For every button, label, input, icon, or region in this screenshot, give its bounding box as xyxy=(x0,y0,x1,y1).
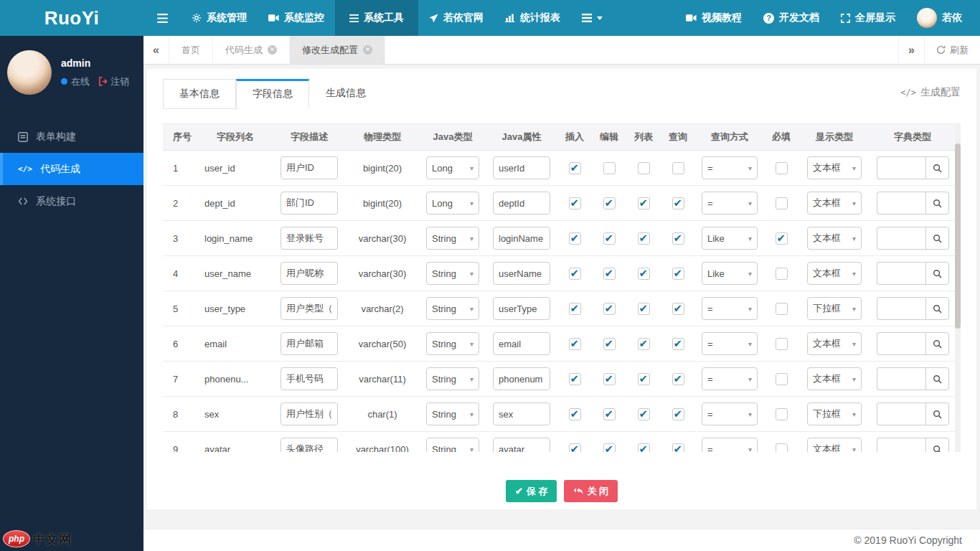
sidebar-item-system-api[interactable]: 系统接口 xyxy=(0,185,143,217)
edit-checkbox[interactable] xyxy=(603,373,616,385)
brand-logo[interactable]: RuoYi xyxy=(0,0,143,36)
list-checkbox[interactable] xyxy=(638,338,650,350)
tabs-scroll-right-button[interactable]: » xyxy=(898,36,924,64)
query-type-select[interactable]: =▾ xyxy=(702,438,758,452)
sidebar-toggle-button[interactable] xyxy=(143,0,181,36)
tab-basic-info[interactable]: 基本信息 xyxy=(163,79,236,109)
java-field-input[interactable] xyxy=(493,156,550,179)
close-button[interactable]: 关 闭 xyxy=(564,480,618,502)
field-desc-input[interactable] xyxy=(281,367,338,390)
insert-checkbox[interactable] xyxy=(569,408,581,420)
nav-item-dev-docs[interactable]: ? 开发文档 xyxy=(753,0,830,36)
logout-link[interactable]: 注销 xyxy=(98,75,129,88)
display-type-select[interactable]: 文本框▾ xyxy=(807,156,862,179)
table-scrollbar[interactable] xyxy=(955,123,961,452)
dict-type-input[interactable] xyxy=(877,438,925,452)
dict-type-input[interactable] xyxy=(877,332,925,355)
field-desc-input[interactable] xyxy=(281,156,338,179)
list-checkbox[interactable] xyxy=(638,268,650,280)
list-checkbox[interactable] xyxy=(638,303,650,315)
java-field-input[interactable] xyxy=(493,367,550,390)
java-type-select[interactable]: String▾ xyxy=(426,367,479,390)
java-field-input[interactable] xyxy=(493,402,550,425)
java-field-input[interactable] xyxy=(493,332,550,355)
required-checkbox[interactable] xyxy=(776,303,788,315)
required-checkbox[interactable] xyxy=(776,162,788,174)
display-type-select[interactable]: 文本框▾ xyxy=(807,332,862,355)
field-desc-input[interactable] xyxy=(281,332,338,355)
nav-item-ruoyi-site[interactable]: 若依官网 xyxy=(418,0,494,36)
query-type-select[interactable]: =▾ xyxy=(702,402,758,425)
java-type-select[interactable]: String▾ xyxy=(426,262,479,285)
sidebar-item-code-gen[interactable]: </> 代码生成 xyxy=(0,153,143,185)
dict-type-input[interactable] xyxy=(877,156,925,179)
tabs-scroll-left-button[interactable]: « xyxy=(143,36,169,64)
java-field-input[interactable] xyxy=(493,297,550,320)
gen-config-link[interactable]: </> 生成配置 xyxy=(900,86,961,99)
query-type-select[interactable]: =▾ xyxy=(702,297,758,320)
display-type-select[interactable]: 下拉框▾ xyxy=(807,297,862,320)
nav-item-system-manage[interactable]: 系统管理 xyxy=(181,0,258,36)
list-checkbox[interactable] xyxy=(638,408,650,420)
java-field-input[interactable] xyxy=(493,262,550,285)
edit-checkbox[interactable] xyxy=(603,443,616,452)
nav-item-fullscreen[interactable]: 全屏显示 xyxy=(830,0,906,36)
java-type-select[interactable]: Long▾ xyxy=(426,156,479,179)
edit-checkbox[interactable] xyxy=(603,268,616,280)
query-checkbox[interactable] xyxy=(672,268,684,280)
field-desc-input[interactable] xyxy=(281,262,338,285)
edit-checkbox[interactable] xyxy=(603,408,616,420)
insert-checkbox[interactable] xyxy=(569,373,581,385)
query-checkbox[interactable] xyxy=(672,408,684,420)
query-checkbox[interactable] xyxy=(672,197,684,209)
insert-checkbox[interactable] xyxy=(569,268,581,280)
dict-type-input[interactable] xyxy=(877,192,925,215)
field-desc-input[interactable] xyxy=(281,402,338,425)
insert-checkbox[interactable] xyxy=(569,443,581,452)
field-desc-input[interactable] xyxy=(281,297,338,320)
insert-checkbox[interactable] xyxy=(569,232,581,245)
dict-search-button[interactable] xyxy=(925,262,949,285)
nav-item-system-tools[interactable]: 系统工具 xyxy=(335,0,418,36)
list-checkbox[interactable] xyxy=(638,162,650,174)
query-type-select[interactable]: =▾ xyxy=(702,192,758,215)
page-tab-code-gen[interactable]: 代码生成 ✕ xyxy=(213,36,290,64)
display-type-select[interactable]: 文本框▾ xyxy=(807,438,862,452)
java-field-input[interactable] xyxy=(493,192,550,215)
query-type-select[interactable]: Like▾ xyxy=(702,227,758,250)
refresh-button[interactable]: 刷新 xyxy=(924,36,980,64)
java-type-select[interactable]: Long▾ xyxy=(426,192,479,215)
save-button[interactable]: ✔ 保 存 xyxy=(506,480,557,502)
display-type-select[interactable]: 文本框▾ xyxy=(807,262,862,285)
tab-field-info[interactable]: 字段信息 xyxy=(236,79,309,109)
dict-search-button[interactable] xyxy=(925,192,949,215)
query-checkbox[interactable] xyxy=(672,162,684,174)
tab-gen-info[interactable]: 生成信息 xyxy=(309,79,382,109)
query-checkbox[interactable] xyxy=(672,338,684,350)
dict-type-input[interactable] xyxy=(877,297,925,320)
required-checkbox[interactable] xyxy=(776,232,788,245)
java-field-input[interactable] xyxy=(493,227,550,250)
close-icon[interactable]: ✕ xyxy=(268,45,277,55)
nav-item-user[interactable]: 若依 xyxy=(906,0,973,36)
dict-type-input[interactable] xyxy=(877,402,925,425)
insert-checkbox[interactable] xyxy=(569,197,581,209)
query-checkbox[interactable] xyxy=(672,443,684,452)
field-desc-input[interactable] xyxy=(281,227,338,250)
dict-search-button[interactable] xyxy=(925,156,949,179)
query-checkbox[interactable] xyxy=(672,232,684,245)
field-desc-input[interactable] xyxy=(281,192,338,215)
java-type-select[interactable]: String▾ xyxy=(426,297,479,320)
list-checkbox[interactable] xyxy=(638,197,650,209)
edit-checkbox[interactable] xyxy=(603,303,616,315)
required-checkbox[interactable] xyxy=(776,338,788,350)
java-type-select[interactable]: String▾ xyxy=(426,227,479,250)
list-checkbox[interactable] xyxy=(638,443,650,452)
dict-search-button[interactable] xyxy=(925,332,949,355)
dict-search-button[interactable] xyxy=(925,438,949,452)
required-checkbox[interactable] xyxy=(776,443,788,452)
scrollbar-thumb[interactable] xyxy=(955,143,961,329)
query-type-select[interactable]: =▾ xyxy=(702,156,758,179)
java-type-select[interactable]: String▾ xyxy=(426,438,479,452)
insert-checkbox[interactable] xyxy=(569,338,581,350)
